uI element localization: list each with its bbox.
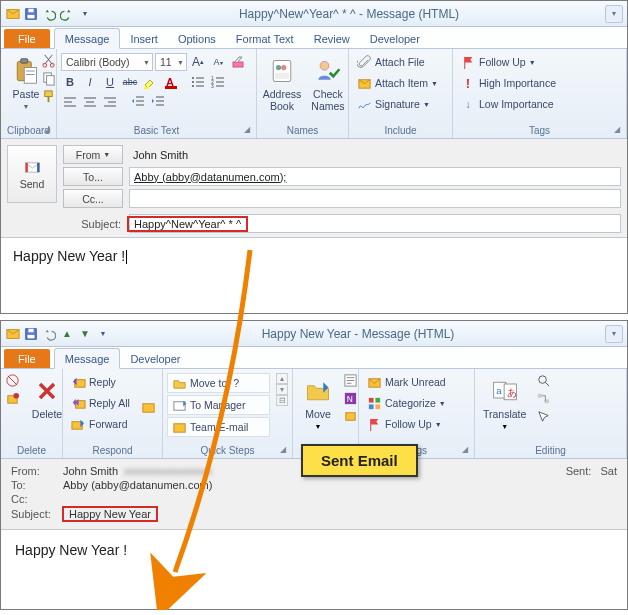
decrease-indent-icon[interactable] [129, 93, 147, 111]
respond-more-icon[interactable] [141, 400, 156, 415]
check-names-button[interactable]: Check Names [307, 53, 349, 114]
strike-button[interactable]: abc [121, 73, 139, 91]
highlight-icon[interactable] [141, 73, 159, 91]
tags-launcher-icon[interactable]: ◢ [614, 125, 620, 134]
find-icon[interactable] [536, 373, 551, 388]
tags-launcher-icon-b[interactable]: ◢ [462, 445, 468, 454]
ribbon-expand-button[interactable]: ▾ [605, 325, 623, 343]
align-left-icon[interactable] [61, 93, 79, 111]
follow-up-button-b[interactable]: Follow Up ▼ [363, 415, 449, 433]
junk-icon[interactable] [5, 391, 20, 406]
redo-icon[interactable] [59, 6, 75, 22]
delete-button[interactable]: Delete [26, 373, 68, 423]
tab-file[interactable]: File [4, 349, 50, 368]
reply-all-icon [70, 395, 86, 411]
grow-font-icon[interactable]: A▴ [189, 53, 207, 71]
cut-icon[interactable] [41, 53, 56, 68]
svg-rect-74 [368, 404, 373, 409]
related-icon[interactable] [536, 391, 551, 406]
ribbon-tabs-top: File Message Insert Options Format Text … [1, 27, 627, 49]
tab-format-text[interactable]: Format Text [226, 29, 304, 48]
flag-icon [460, 54, 476, 70]
onenote-icon[interactable]: N [343, 391, 358, 406]
clipboard-launcher-icon[interactable]: ◢ [44, 125, 50, 134]
tab-message[interactable]: Message [54, 28, 121, 49]
subject-field[interactable]: Happy^New^Year^ * ^ [129, 214, 621, 233]
increase-indent-icon[interactable] [149, 93, 167, 111]
quicksteps-more-icon[interactable]: ⊟ [276, 395, 288, 406]
tab-developer[interactable]: Developer [360, 29, 430, 48]
quick-move-to[interactable]: Move to: ? [167, 373, 270, 393]
prev-icon[interactable]: ▲ [59, 326, 75, 342]
shrink-font-icon[interactable]: A▾ [209, 53, 227, 71]
follow-up-button[interactable]: Follow Up ▼ [457, 53, 559, 71]
move-button[interactable]: Move▼ [297, 373, 339, 432]
signature-button[interactable]: Signature ▼ [353, 95, 441, 113]
svg-rect-73 [375, 397, 380, 402]
message-body-top[interactable]: Happy New Year ! [1, 237, 627, 277]
undo-icon[interactable] [41, 326, 57, 342]
include-group-label: Include [353, 124, 448, 138]
bold-button[interactable]: B [61, 73, 79, 91]
reply-all-button[interactable]: Reply All [67, 394, 133, 412]
to-button[interactable]: To... [63, 167, 123, 186]
actions-icon[interactable] [343, 409, 358, 424]
address-book-button[interactable]: Address Book [261, 53, 303, 114]
svg-rect-66 [173, 423, 184, 431]
svg-rect-72 [368, 397, 373, 402]
save-icon[interactable] [23, 326, 39, 342]
from-button[interactable]: From ▼ [63, 145, 123, 164]
clear-format-icon[interactable] [229, 53, 247, 71]
quicksteps-up-icon[interactable]: ▴ [276, 373, 288, 384]
align-center-icon[interactable] [81, 93, 99, 111]
bullets-icon[interactable] [189, 73, 207, 91]
next-icon[interactable]: ▼ [77, 326, 93, 342]
ignore-icon[interactable] [5, 373, 20, 388]
editing-group-label: Editing [479, 444, 622, 458]
attach-file-button[interactable]: Attach File [353, 53, 441, 71]
categorize-button[interactable]: Categorize ▼ [363, 394, 449, 412]
high-importance-button[interactable]: !High Importance [457, 74, 559, 92]
basic-text-launcher-icon[interactable]: ◢ [244, 125, 250, 134]
title-bar-bottom: ▲ ▼ ▼ Happy New Year - Message (HTML) ▾ [1, 321, 627, 347]
svg-text:N: N [347, 394, 353, 404]
low-importance-button[interactable]: ↓Low Importance [457, 95, 559, 113]
select-icon[interactable] [536, 409, 551, 424]
numbering-icon[interactable]: 123 [209, 73, 227, 91]
svg-point-46 [281, 65, 286, 70]
tab-insert[interactable]: Insert [120, 29, 168, 48]
font-color-button[interactable]: A [161, 73, 179, 91]
qa-more-icon[interactable]: ▼ [95, 326, 111, 342]
attach-item-button[interactable]: Attach Item ▼ [353, 74, 441, 92]
tab-review[interactable]: Review [304, 29, 360, 48]
quicksteps-down-icon[interactable]: ▾ [276, 384, 288, 395]
cc-button[interactable]: Cc... [63, 189, 123, 208]
send-button[interactable]: Send [7, 145, 57, 203]
font-name-select[interactable]: Calibri (Body)▼ [61, 53, 153, 71]
save-icon[interactable] [23, 6, 39, 22]
italic-button[interactable]: I [81, 73, 99, 91]
align-right-icon[interactable] [101, 93, 119, 111]
format-painter-icon[interactable] [41, 89, 56, 104]
reply-button[interactable]: Reply [67, 373, 133, 391]
cc-field[interactable] [129, 189, 621, 208]
to-field[interactable]: Abby (abby@datanumen.com); [129, 167, 621, 186]
qa-more-icon[interactable]: ▼ [77, 6, 93, 22]
undo-icon[interactable] [41, 6, 57, 22]
quick-team-email[interactable]: Team E-mail [167, 417, 270, 437]
rules-icon[interactable] [343, 373, 358, 388]
underline-button[interactable]: U [101, 73, 119, 91]
forward-button[interactable]: Forward [67, 415, 133, 433]
tab-file[interactable]: File [4, 29, 50, 48]
copy-icon[interactable] [41, 71, 56, 86]
tab-developer[interactable]: Developer [120, 349, 190, 368]
svg-rect-52 [37, 162, 39, 171]
tab-message[interactable]: Message [54, 348, 121, 369]
mark-unread-button[interactable]: Mark Unread [363, 373, 449, 391]
quick-to-manager[interactable]: To Manager [167, 395, 270, 415]
quicksteps-launcher-icon[interactable]: ◢ [280, 445, 286, 454]
ribbon-expand-button[interactable]: ▾ [605, 5, 623, 23]
tab-options[interactable]: Options [168, 29, 226, 48]
translate-button[interactable]: aあ Translate▼ [479, 373, 530, 432]
font-size-select[interactable]: 11▼ [155, 53, 187, 71]
